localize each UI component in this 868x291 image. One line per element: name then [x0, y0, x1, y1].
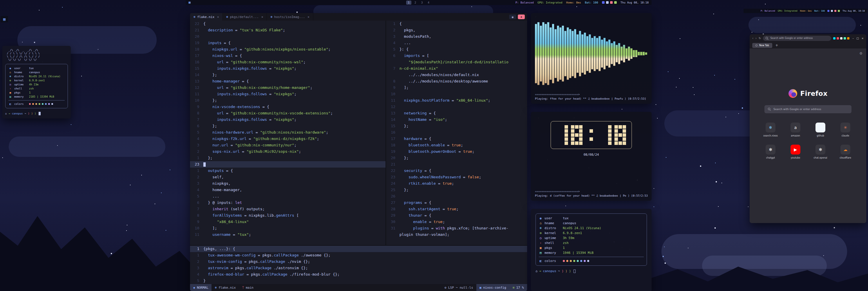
shortcut-tile[interactable]: ✻chat.openai: [811, 145, 830, 159]
left-monitor-widget[interactable]: ▦: [1, 16, 8, 22]
extension-icons: [833, 37, 849, 39]
tray-icon[interactable]: [606, 1, 609, 4]
clock-date: 08/08/24: [535, 153, 648, 156]
extension-icon[interactable]: [833, 37, 836, 39]
fetch-row-memory: ▤memory2185 | 15394 MiB: [8, 95, 65, 99]
firefox-window: ‹›↻ Search with Google or enter address …: [750, 34, 866, 223]
line-number: 2: [190, 174, 204, 180]
clock-cell: [619, 125, 622, 129]
code-text: nur.url = "github:nix-community/nur";: [204, 142, 385, 148]
extension-icon[interactable]: [844, 37, 846, 39]
tab-close-icon[interactable]: ×: [217, 15, 219, 19]
line-number: 11: [190, 91, 204, 97]
newtab-search-bar[interactable]: Search with Google or enter address: [765, 105, 851, 113]
code-line: 23 sudo.wheelNeedsPassword = false;: [386, 174, 527, 180]
workspace-button-4[interactable]: 4: [426, 1, 431, 5]
shortcut-tile[interactable]: ▶youtube: [786, 145, 805, 159]
eye-toggle-icon[interactable]: ◉: [509, 14, 516, 19]
github-icon: [815, 122, 825, 133]
editor-tab[interactable]: ❄hosts/isoImag...×: [267, 13, 313, 21]
shortcut-tile[interactable]: ✳claude: [836, 122, 855, 137]
editor-pane-flake-nix[interactable]: 22{21 description = "tux's NixOS Flake";…: [190, 21, 385, 245]
forward-icon[interactable]: ›: [755, 37, 756, 40]
editor-pane-iso-image[interactable]: 1{2 pkgs,3 modulesPath,4 ...5}: {6 impor…: [386, 21, 527, 245]
code-text: hardware = {: [400, 136, 527, 142]
extension-icon[interactable]: [840, 37, 842, 39]
status-item: P: Balanced: [516, 1, 534, 4]
workspace-button-1[interactable]: 1: [406, 1, 411, 5]
url-bar[interactable]: Search with Google or enter address: [763, 36, 831, 41]
line-number: 30: [386, 219, 400, 225]
fetch-colors-row: ◧colors: [539, 259, 644, 263]
clock-cell: [623, 133, 626, 137]
code-text: url = "github:nix-community/home-manager…: [204, 85, 385, 91]
minimize-button[interactable]: –: [852, 37, 854, 40]
shortcut-tile[interactable]: github: [811, 122, 830, 137]
new-tab-button[interactable]: +: [774, 43, 779, 47]
tray-icon[interactable]: [602, 1, 604, 4]
editor-tabline: ❄flake.nix×❄pkgs/default...×❄hosts/isoIm…: [190, 13, 527, 21]
code-line: 4 home-manager,: [190, 187, 385, 193]
tray-icon[interactable]: [831, 10, 833, 12]
editor-tab[interactable]: ❄flake.nix×: [190, 13, 223, 21]
clock-cell: [579, 141, 583, 145]
fetch-row-uptime: ◷uptime3h 59m: [539, 235, 644, 240]
tray-icon[interactable]: [838, 10, 840, 12]
clock-cell: [608, 125, 612, 129]
line-number: 19: [386, 148, 400, 155]
shortcut-tile[interactable]: ❄search.nixos: [761, 122, 780, 137]
prompt-chevron: ⟩: [34, 112, 36, 115]
line-number: 27: [386, 200, 400, 206]
fetch-label: hname: [14, 70, 27, 74]
shortcut-tile[interactable]: aamazon: [786, 122, 805, 137]
code-text: bluetooth.powerOnBoot = true;: [400, 148, 527, 155]
tab-new-tab[interactable]: New Tab: [752, 43, 772, 48]
line-number: 7: [190, 116, 204, 123]
tray-icon[interactable]: [614, 1, 617, 4]
statusline-icon: ▣: [479, 286, 482, 290]
code-text: ...: [400, 40, 527, 46]
fetch-hname-icon: ⌂: [8, 70, 12, 74]
fetch-label: memory: [545, 250, 561, 255]
close-button[interactable]: ×: [861, 37, 864, 40]
editor-tab[interactable]: ❄pkgs/default...×: [223, 13, 267, 21]
extension-icon[interactable]: [837, 37, 839, 39]
search-placeholder: Search with Google or enter address: [773, 108, 821, 111]
line-number: [386, 59, 400, 65]
code-text: firefox-mod-blur = pkgs.callPackage ./fi…: [204, 271, 527, 278]
apps-grid-icon[interactable]: ▦: [189, 1, 191, 4]
line-number: 10: [190, 97, 204, 104]
line-number: 8: [190, 212, 204, 219]
close-all-icon[interactable]: ×: [518, 14, 525, 19]
editor-pane-pkgs-default[interactable]: 1{pkgs, ...}: {1 tux-awesome-wm-config =…: [190, 246, 527, 284]
clock-cell: [615, 141, 618, 145]
status-cluster: P: BalancedGPU: IntegratedHome: 8msBat: …: [516, 1, 649, 4]
maximize-button[interactable]: □: [857, 37, 859, 40]
tab-close-icon[interactable]: ×: [308, 15, 310, 19]
tray-icon[interactable]: [827, 10, 829, 12]
color-dot: [584, 260, 586, 262]
code-text: nixpkgs.hostPlatform = "x86_64-linux";: [400, 97, 527, 104]
personalize-gear-icon[interactable]: ⚙: [859, 51, 863, 56]
back-icon[interactable]: ‹: [752, 37, 753, 40]
extension-icon[interactable]: [847, 37, 849, 39]
terminal-fetch-left[interactable]: _/\ _/\ _ _/\ _/\ / / \ \ \/ \/ / \ \ \ …: [2, 46, 71, 118]
refresh-icon[interactable]: ↻: [758, 37, 761, 40]
workspace-button-2[interactable]: 2: [413, 1, 418, 5]
fetch-separator: [539, 257, 644, 257]
shell-prompt[interactable]: ⌂→canopus~⟩⟩⟩: [5, 112, 68, 115]
tab-close-icon[interactable]: ×: [261, 15, 264, 19]
shortcut-tile[interactable]: ☁cloudflare: [836, 145, 855, 159]
brand-text: Firefox: [800, 90, 828, 97]
tray-icon[interactable]: [834, 10, 836, 12]
shell-prompt[interactable]: ⌂→canopus~⟩⟩⟩: [535, 269, 647, 273]
line-number: 23: [386, 174, 400, 180]
terminal-fetch-right[interactable]: ◉usertux⌂hnamecanopus❄distroNixOS 24.11 …: [531, 209, 652, 291]
code-text: nixpkgs.url = "github:nixos/nixpkgs/nixo…: [204, 46, 385, 53]
fetch-value: 1: [563, 245, 565, 250]
color-dot: [48, 103, 50, 105]
tray-icon[interactable]: [610, 1, 613, 4]
code-line: 16 url = "github:nix-community/nixos-wsl…: [190, 59, 385, 65]
workspace-button-3[interactable]: 3: [420, 1, 425, 5]
shortcut-tile[interactable]: ✻chatgpt: [761, 145, 780, 159]
